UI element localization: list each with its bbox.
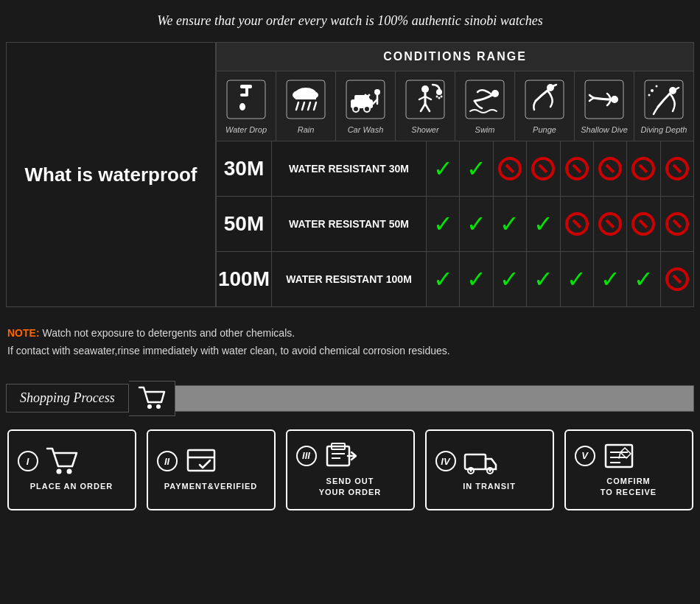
cell-50m-4: ✓ (527, 197, 560, 251)
cell-30m-6 (594, 141, 627, 196)
cell-30m-2: ✓ (460, 141, 493, 196)
condition-swim: Swim (455, 71, 515, 141)
shower-icon (403, 77, 447, 122)
cell-50m-3: ✓ (494, 197, 527, 251)
step-transit: IV IN TRANSIT (425, 429, 554, 510)
cell-30m-4 (527, 141, 560, 196)
step2-header: II (148, 447, 274, 475)
note-line1: NOTE: Watch not exposure to detergents a… (7, 325, 693, 343)
description-100m: WATER RESISTANT 100M (272, 252, 427, 306)
confirm-step-icon (603, 442, 635, 470)
waterproof-table: What is waterproof CONDITIONS RANGE (6, 42, 694, 307)
svg-point-18 (364, 106, 370, 112)
note-line2: If contact with seawater,rinse immediate… (7, 343, 693, 360)
description-50m: WATER RESISTANT 50M (272, 197, 427, 251)
step1-label: PLACE AN ORDER (30, 481, 113, 492)
send-step-icon (324, 442, 357, 470)
note-label: NOTE: (7, 327, 40, 339)
condition-punge: Punge (515, 71, 575, 141)
section-label: What is waterproof (6, 42, 216, 307)
step-payment: II PAYMENT&VERIFIED (147, 429, 276, 510)
condition-shallow-dive: Shallow Dive (575, 71, 634, 141)
resistance-50m: 50M (217, 197, 272, 251)
cell-100m-3: ✓ (494, 252, 527, 306)
condition-water-drop: Water Drop (217, 71, 276, 141)
cell-30m-5 (561, 141, 594, 196)
cell-50m-8 (661, 197, 693, 251)
step5-header: V (566, 442, 692, 470)
note-text1: Watch not exposure to detergents and oth… (42, 327, 295, 339)
shower-label: Shower (411, 124, 438, 135)
cart-icon-box (129, 381, 175, 416)
svg-point-48 (147, 404, 152, 409)
cell-100m-2: ✓ (460, 252, 493, 306)
diving-depth-label: Diving Depth (641, 124, 687, 135)
step1-header: I (9, 447, 135, 475)
step3-numeral: III (296, 446, 317, 466)
step3-header: III (287, 442, 413, 470)
svg-point-25 (368, 94, 371, 96)
cell-30m-3 (494, 141, 527, 196)
icon-row: Water Drop (217, 71, 693, 141)
step4-header: IV (427, 447, 553, 475)
cart-icon (138, 386, 166, 411)
svg-rect-3 (240, 94, 248, 96)
cell-100m-7: ✓ (627, 252, 660, 306)
shopping-bar (175, 385, 694, 412)
svg-point-36 (441, 96, 443, 98)
svg-point-51 (66, 469, 71, 474)
conditions-header: CONDITIONS RANGE (217, 43, 693, 71)
banner-text: We ensure that your order every watch is… (157, 13, 542, 28)
row-30m: 30M WATER RESISTANT 30M ✓ ✓ (217, 141, 693, 197)
rain-label: Rain (298, 124, 315, 135)
shopping-title-box: Shopping Process (6, 384, 129, 412)
cell-50m-1: ✓ (427, 197, 460, 251)
shopping-header: Shopping Process (0, 381, 700, 416)
svg-point-50 (56, 469, 61, 474)
cell-100m-6: ✓ (594, 252, 627, 306)
description-30m: WATER RESISTANT 30M (272, 141, 427, 196)
svg-point-33 (436, 89, 442, 95)
svg-point-38 (491, 90, 499, 97)
row-50m: 50M WATER RESISTANT 50M ✓ ✓ ✓ ✓ (217, 197, 693, 252)
swim-label: Swim (475, 124, 495, 135)
waterproof-section: What is waterproof CONDITIONS RANGE (0, 42, 700, 315)
step5-numeral: V (575, 446, 595, 466)
shopping-title: Shopping Process (20, 390, 115, 405)
punge-label: Punge (533, 124, 556, 135)
transit-step-icon (463, 447, 499, 475)
svg-point-63 (489, 470, 491, 472)
car-wash-icon (343, 77, 388, 122)
diving-depth-icon (642, 77, 686, 122)
svg-point-45 (651, 89, 654, 92)
svg-rect-59 (465, 454, 486, 469)
cart-step-icon (46, 447, 78, 475)
cell-30m-8 (661, 141, 693, 196)
steps-row: I PLACE AN ORDER II PAYMENT&VERIFIED (0, 416, 700, 524)
cell-50m-6 (594, 197, 627, 251)
cell-100m-4: ✓ (527, 252, 560, 306)
cell-100m-5: ✓ (561, 252, 594, 306)
step3-label: SEND OUT YOUR ORDER (319, 476, 382, 499)
row-100m: 100M WATER RESISTANT 100M ✓ ✓ ✓ ✓ ✓ ✓ ✓ (217, 252, 693, 306)
conditions-table: CONDITIONS RANGE (216, 42, 694, 307)
step-send-out: III SEND OUT YOUR ORDER (286, 429, 415, 510)
svg-point-24 (365, 94, 367, 96)
cells-100m: ✓ ✓ ✓ ✓ ✓ ✓ ✓ (427, 252, 693, 306)
cell-30m-1: ✓ (427, 141, 460, 196)
cell-100m-8 (661, 252, 693, 306)
condition-diving-depth: Diving Depth (634, 71, 693, 141)
water-drop-label: Water Drop (225, 124, 267, 135)
condition-shower: Shower (396, 71, 455, 141)
step4-numeral: IV (435, 451, 456, 471)
svg-point-47 (648, 94, 651, 96)
punge-icon (522, 77, 567, 122)
step-place-order: I PLACE AN ORDER (7, 429, 136, 510)
svg-rect-39 (525, 80, 564, 119)
step1-numeral: I (18, 451, 38, 471)
step2-label: PAYMENT&VERIFIED (164, 481, 258, 492)
car-wash-label: Car Wash (348, 124, 384, 135)
svg-point-4 (239, 103, 245, 110)
water-drop-icon (224, 77, 268, 122)
top-banner: We ensure that your order every watch is… (0, 0, 700, 42)
